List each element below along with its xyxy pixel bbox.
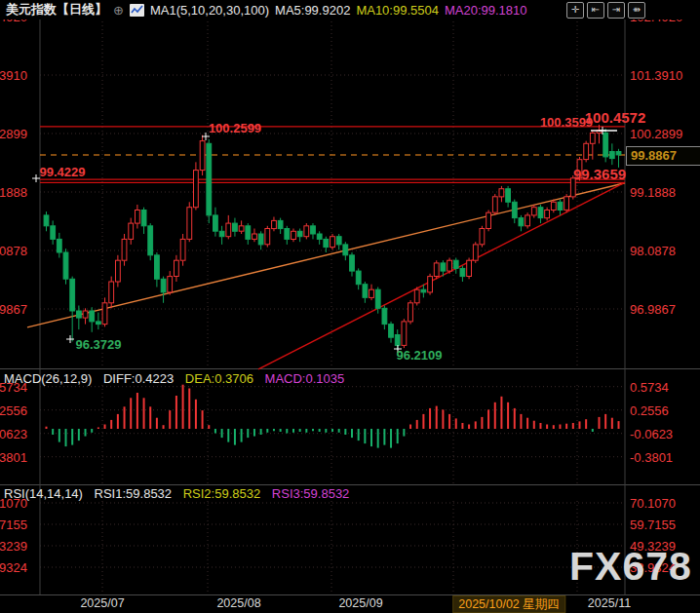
price-axis-label-left: 96.9867 xyxy=(0,302,30,317)
ma-settings-label[interactable]: MA1(5,10,20,30,100) xyxy=(150,3,269,18)
macd-axis-label-left: -0.3801 xyxy=(0,450,30,465)
chart-toolbar: ✛⇤⇥⇻ xyxy=(566,2,645,19)
price-annotation: 96.2109 xyxy=(397,348,443,363)
price-annotation: 99.3659 xyxy=(573,166,626,182)
candles xyxy=(44,125,621,350)
time-axis: 2025/07 2025/08 2025/09 2025/11 2025/10/… xyxy=(0,595,700,613)
macd-axis-label: 0.5734 xyxy=(630,380,669,395)
macd-axis-label: -0.3801 xyxy=(630,450,673,465)
time-label: 2025/11 xyxy=(588,596,631,610)
rsi-params[interactable]: RSI(14,14,14) xyxy=(4,486,83,501)
time-label: 2025/08 xyxy=(216,596,260,610)
price-axis-label: 100.2899 xyxy=(630,127,682,141)
scale-expand-icon[interactable]: ⇥ xyxy=(607,2,625,19)
scale-compress-icon[interactable]: ⇤ xyxy=(587,2,604,19)
price-annotation: 99.4229 xyxy=(40,165,86,179)
rsi-panel-header: RSI(14,14,14) RSI1:59.8532 RSI2:59.8532 … xyxy=(4,486,357,501)
macd-params[interactable]: MACD(26,12,9) xyxy=(4,371,92,386)
rsi2-value: RSI2:59.8532 xyxy=(183,486,261,501)
ma20-value: MA20:99.1810 xyxy=(445,3,527,18)
macd-axis-label-left: 0.2556 xyxy=(0,403,30,418)
time-label: 2025/07 xyxy=(80,596,124,610)
go-latest-icon[interactable]: ⇻ xyxy=(628,2,645,19)
rsi-axis-label-left: 38.9324 xyxy=(0,560,30,575)
current-price-tag: 99.8867 xyxy=(626,146,700,166)
rsi-axis-label: 59.7155 xyxy=(630,517,676,532)
ma5-value: MA5:99.9202 xyxy=(275,3,350,18)
rsi-axis-label-left: 59.7155 xyxy=(0,517,30,532)
price-axis-label: 98.0878 xyxy=(630,244,676,258)
price-axis-label: 96.9867 xyxy=(630,302,676,317)
price-axis-label: 99.1888 xyxy=(630,185,676,200)
ma10-value: MA10:99.5504 xyxy=(356,3,439,18)
price-axis-label-left: 100.2899 xyxy=(0,127,30,141)
macd-dea-value: DEA:0.3706 xyxy=(185,371,253,386)
macd-panel-header: MACD(26,12,9) DIFF:0.4223 DEA:0.3706 MAC… xyxy=(4,371,352,386)
price-annotation: 100.2599 xyxy=(209,121,261,135)
price-annotation: 96.3729 xyxy=(76,337,122,352)
price-annotation: 100.4572 xyxy=(585,109,646,126)
pan-tool-icon[interactable]: ✛ xyxy=(566,2,584,19)
price-axis-label-left: 101.3910 xyxy=(0,68,30,83)
macd-axis-label: 0.2556 xyxy=(630,403,669,418)
price-axis-label-left: 99.1888 xyxy=(0,185,30,200)
macd-diff-value: DIFF:0.4223 xyxy=(103,371,174,386)
trading-chart-app: 美元指数【日线】 ⊕ MA1(5,10,20,30,100) MA5:99.92… xyxy=(0,0,700,613)
time-label: 2025/09 xyxy=(338,596,382,610)
rsi-axis-label: 70.1070 xyxy=(630,496,676,511)
rsi3-value: RSI3:59.8532 xyxy=(272,486,350,501)
macd-hist-value: MACD:0.1035 xyxy=(265,371,345,386)
line-chart-icon[interactable] xyxy=(130,4,144,17)
price-axis-label: 101.3910 xyxy=(630,68,682,83)
macd-axis-label-left: -0.0623 xyxy=(0,427,30,441)
watermark-logo: FX678 xyxy=(569,544,692,590)
chart-canvas[interactable] xyxy=(0,0,700,613)
price-axis-label-left: 98.0878 xyxy=(0,244,30,258)
rsi-axis-label-left: 49.3239 xyxy=(0,539,30,554)
crosshair-date-label: 2025/10/02 星期四 xyxy=(452,595,565,613)
rsi1-value: RSI1:59.8532 xyxy=(95,486,173,501)
symbol-title: 美元指数【日线】 xyxy=(6,1,107,19)
collapse-icon[interactable]: ⊕ xyxy=(113,3,124,18)
macd-axis-label: -0.0623 xyxy=(630,427,673,441)
